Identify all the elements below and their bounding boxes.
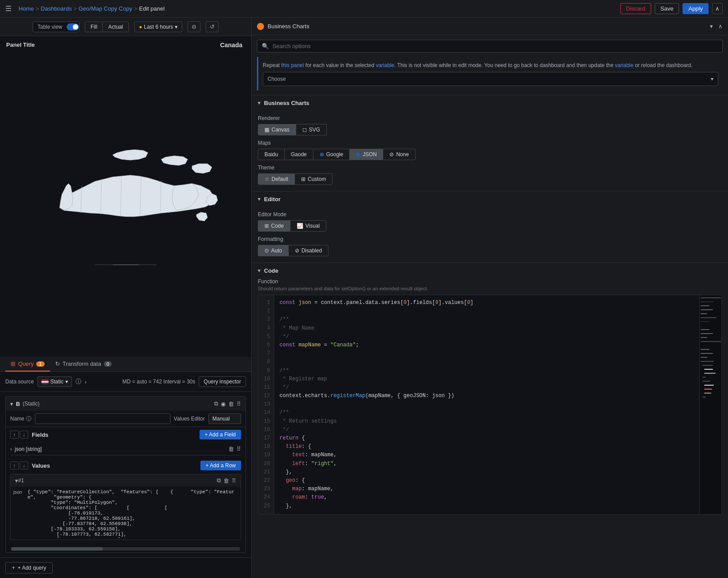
- collapse-button[interactable]: ∧: [712, 3, 723, 14]
- values-editor-label: Values Editor: [174, 416, 205, 422]
- tab-query-label: Query: [18, 360, 34, 367]
- query-badge: 1: [36, 361, 44, 367]
- name-row: Name ⓘ Values Editor Manual: [6, 411, 245, 427]
- table-view-switch[interactable]: [67, 23, 79, 30]
- ln-10: 10: [258, 375, 274, 383]
- time-range-button[interactable]: ● Last 6 hours ▾: [134, 22, 182, 32]
- save-button[interactable]: Save: [655, 3, 679, 14]
- value-chevron-icon[interactable]: ▾: [15, 477, 18, 484]
- horizontal-scrollbar[interactable]: [11, 547, 240, 551]
- panel-toolbar: Table view Fill Actual ● Last 6 hours ▾ …: [0, 18, 251, 36]
- value-delete-icon[interactable]: 🗑: [223, 477, 229, 484]
- breadcrumb-geo[interactable]: Geo/Map Copy Copy: [79, 5, 132, 12]
- code-line-15: * Return settings: [279, 417, 694, 426]
- minimap-svg: [700, 295, 722, 472]
- options-panel: 🔍 Repeat this panel for each value in th…: [252, 35, 728, 578]
- svg-icon: ◻: [302, 127, 307, 133]
- svg-rect-13: [701, 317, 717, 318]
- apply-button[interactable]: Apply: [683, 3, 709, 14]
- google-button[interactable]: ⊕ Google: [313, 149, 350, 160]
- canvas-button[interactable]: ▦ Canvas: [258, 124, 296, 135]
- refresh-button[interactable]: ↺: [206, 21, 219, 32]
- copy-icon[interactable]: ⧉: [214, 400, 218, 407]
- json-label: json: [13, 489, 25, 495]
- value-content: json { "type": "FeatureCollection", "fea…: [11, 487, 241, 540]
- fill-button[interactable]: Fill: [85, 22, 103, 32]
- code-line-23: map: mapName,: [279, 485, 694, 493]
- repeat-link[interactable]: this panel: [281, 62, 304, 68]
- value-drag-icon[interactable]: ⠿: [232, 477, 236, 484]
- code-mode-button[interactable]: ⊞ Code: [258, 220, 290, 232]
- info-icon[interactable]: ⓘ: [75, 378, 81, 386]
- sort-desc-button[interactable]: ↓: [20, 431, 29, 439]
- datasource-select[interactable]: Static ▾: [38, 376, 72, 387]
- add-row-button[interactable]: + Add a Row: [200, 461, 241, 470]
- plugin-select-chevron[interactable]: ▾: [710, 23, 713, 30]
- delete-icon[interactable]: 🗑: [228, 401, 234, 407]
- eye-icon[interactable]: ◉: [221, 401, 226, 407]
- breadcrumb-home[interactable]: Home: [19, 5, 34, 12]
- datasource-flag: [41, 379, 49, 384]
- code-content[interactable]: const json = context.panel.data.series[0…: [274, 295, 699, 514]
- ln-14: 14: [258, 409, 274, 417]
- json-button[interactable]: ◉ JSON: [350, 149, 383, 160]
- visual-mode-button[interactable]: 📈 Visual: [290, 220, 326, 232]
- query-b-chevron-icon[interactable]: ▾: [10, 401, 13, 407]
- search-bar[interactable]: 🔍: [257, 40, 723, 53]
- default-button[interactable]: ☆ Default: [258, 173, 295, 185]
- none-button[interactable]: ⊘ None: [383, 149, 415, 160]
- svg-rect-30: [704, 393, 711, 394]
- value-copy-icon[interactable]: ⧉: [217, 477, 221, 484]
- tab-transform[interactable]: ↻ Transform data 0: [50, 357, 117, 372]
- variable-link2[interactable]: variable: [615, 62, 634, 68]
- query-b-type: (Static): [23, 401, 39, 407]
- svg-rect-7: [113, 264, 139, 265]
- breadcrumb-dashboards[interactable]: Dashboards: [41, 5, 72, 12]
- discard-button[interactable]: Discard: [620, 3, 651, 14]
- code-editor[interactable]: 1 2 3 4 5 6 7 8 9 10 11 12 13: [258, 295, 722, 514]
- field-row: › json [string] 🗑 ⠿: [10, 443, 241, 455]
- add-field-button[interactable]: + Add a Field: [200, 430, 241, 439]
- baidu-button[interactable]: Baidu: [258, 149, 285, 160]
- gaode-button[interactable]: Gaode: [285, 149, 313, 160]
- tab-query[interactable]: ⊞ Query 1: [5, 357, 50, 372]
- business-charts-header[interactable]: ▾ Business Charts: [252, 95, 728, 111]
- svg-rect-26: [702, 377, 706, 378]
- field-drag-icon[interactable]: ⠿: [237, 446, 241, 452]
- ln-21: 21: [258, 468, 274, 477]
- name-input[interactable]: [35, 413, 170, 424]
- expand-icon[interactable]: ›: [85, 379, 87, 385]
- code-line-9: /**: [279, 367, 694, 375]
- values-title: Values: [32, 462, 50, 469]
- auto-format-button[interactable]: ⊙ Auto: [258, 245, 289, 256]
- drag-icon[interactable]: ⠿: [237, 401, 241, 407]
- search-input[interactable]: [272, 43, 718, 49]
- sort-asc-button[interactable]: ↑: [10, 431, 19, 439]
- custom-button[interactable]: ⊞ Custom: [295, 173, 332, 185]
- zoom-out-button[interactable]: ⊖: [188, 21, 200, 32]
- svg-button[interactable]: ◻ SVG: [296, 124, 327, 135]
- code-header[interactable]: ▾ Code: [252, 263, 728, 278]
- editor-mode-label: Editor Mode: [258, 211, 722, 218]
- code-minimap: [699, 295, 721, 514]
- values-sort-asc-button[interactable]: ↑: [10, 462, 19, 469]
- values-sort-desc-button[interactable]: ↓: [20, 462, 29, 469]
- hamburger-icon[interactable]: ☰: [5, 4, 11, 13]
- values-section: ↑ ↓ Values + Add a Row ▾ #1 ⧉ 🗑: [6, 458, 245, 545]
- table-view-toggle[interactable]: Table view: [33, 22, 79, 32]
- field-chevron-icon[interactable]: ›: [10, 446, 12, 452]
- query-inspector-button[interactable]: Query inspector: [199, 376, 246, 387]
- plugin-expand-chevron[interactable]: ∧: [718, 23, 723, 30]
- actual-button[interactable]: Actual: [103, 22, 128, 32]
- field-delete-icon[interactable]: 🗑: [228, 446, 234, 452]
- disabled-format-button[interactable]: ⊘ Disabled: [289, 245, 329, 256]
- values-editor-select[interactable]: Manual: [208, 413, 241, 424]
- choose-select[interactable]: Choose ▾: [263, 72, 718, 86]
- variable-link[interactable]: variable: [376, 62, 394, 68]
- editor-header[interactable]: ▾ Editor: [252, 191, 728, 207]
- value-num: #1: [18, 477, 24, 484]
- ln-15: 15: [258, 417, 274, 426]
- add-query-button[interactable]: + + Add query: [5, 562, 53, 574]
- name-info-icon[interactable]: ⓘ: [26, 415, 31, 423]
- bc-collapse-icon: ▾: [258, 100, 260, 106]
